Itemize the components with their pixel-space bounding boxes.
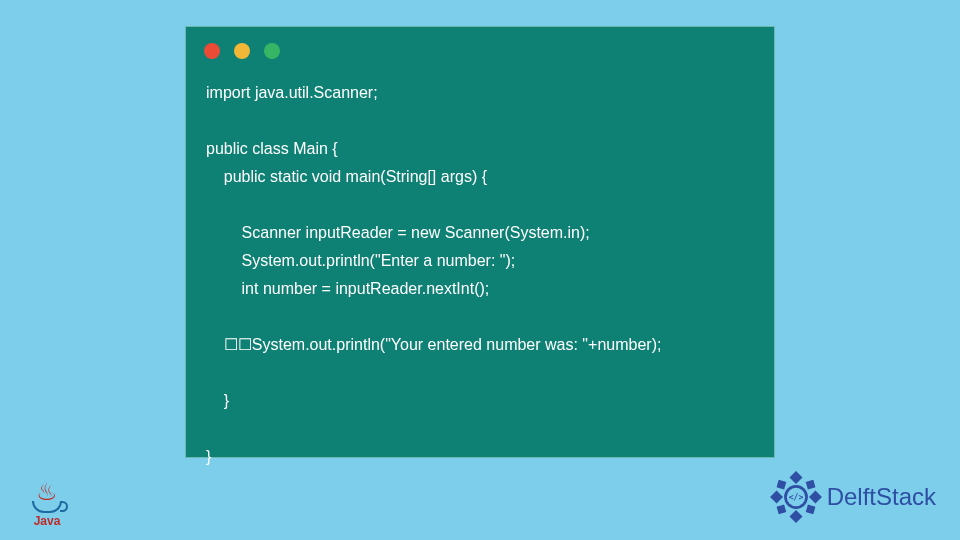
svg-marker-0 bbox=[789, 471, 802, 484]
close-icon bbox=[204, 43, 220, 59]
svg-marker-3 bbox=[809, 491, 822, 504]
java-logo: ♨ Java bbox=[28, 485, 66, 528]
delftstack-logo: </> DelftStack bbox=[769, 470, 936, 524]
svg-marker-6 bbox=[776, 505, 786, 515]
delftstack-icon: </> bbox=[769, 470, 823, 524]
maximize-icon bbox=[264, 43, 280, 59]
code-window: import java.util.Scanner; public class M… bbox=[185, 26, 775, 458]
java-steam-icon: ♨ bbox=[28, 485, 66, 499]
java-logo-label: Java bbox=[28, 514, 66, 528]
svg-marker-4 bbox=[776, 480, 786, 490]
delftstack-label: DelftStack bbox=[827, 483, 936, 511]
minimize-icon bbox=[234, 43, 250, 59]
svg-marker-5 bbox=[805, 480, 815, 490]
svg-marker-7 bbox=[805, 505, 815, 515]
svg-marker-1 bbox=[789, 510, 802, 523]
java-cup-icon bbox=[32, 501, 62, 513]
window-titlebar bbox=[186, 27, 774, 65]
code-block: import java.util.Scanner; public class M… bbox=[186, 65, 774, 479]
svg-text:</>: </> bbox=[788, 492, 803, 502]
svg-marker-2 bbox=[770, 491, 783, 504]
